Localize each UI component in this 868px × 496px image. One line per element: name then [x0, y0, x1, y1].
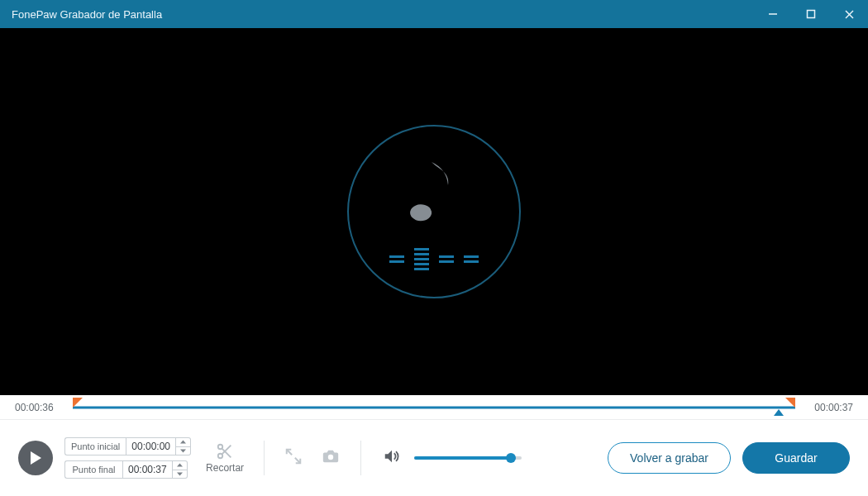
playhead[interactable]: [774, 409, 784, 416]
trim-start-up[interactable]: [176, 438, 190, 447]
trim-start-spinner[interactable]: [176, 437, 191, 455]
svg-marker-5: [180, 441, 186, 444]
audio-visualizer: [347, 125, 521, 298]
divider: [264, 441, 265, 475]
trim-end-label: Punto final: [64, 460, 122, 479]
close-button[interactable]: [830, 0, 868, 28]
trim-end-marker[interactable]: [785, 398, 795, 408]
volume-control: [381, 447, 522, 469]
svg-marker-4: [31, 451, 41, 465]
trim-start-marker[interactable]: [73, 398, 83, 408]
trim-end-down[interactable]: [173, 470, 187, 479]
cut-button[interactable]: Recortar: [206, 442, 244, 474]
volume-icon[interactable]: [381, 447, 403, 469]
time-total: 00:00:37: [804, 402, 853, 413]
preview-area: [0, 28, 868, 395]
camera-icon[interactable]: [321, 447, 341, 469]
window-controls: [754, 0, 868, 28]
svg-point-15: [328, 455, 333, 460]
trim-start-down[interactable]: [176, 447, 190, 455]
svg-marker-6: [180, 449, 186, 452]
rerecord-button[interactable]: Volver a grabar: [608, 442, 731, 474]
svg-point-9: [218, 445, 223, 450]
svg-rect-1: [808, 11, 815, 18]
time-current: 00:00:36: [15, 402, 64, 413]
timeline: 00:00:36 00:00:37: [0, 395, 868, 420]
volume-slider[interactable]: [414, 456, 522, 460]
maximize-button[interactable]: [792, 0, 830, 28]
fullscreen-icon[interactable]: [284, 447, 303, 469]
trim-end-input[interactable]: 00:00:37: [122, 460, 173, 479]
trim-end-up[interactable]: [173, 461, 187, 470]
trim-start-input[interactable]: 00:00:00: [126, 437, 176, 455]
controls-bar: Punto inicial 00:00:00 Punto final 00:00…: [0, 420, 868, 496]
save-button[interactable]: Guardar: [742, 442, 850, 474]
scissors-icon: [215, 442, 235, 460]
play-button[interactable]: [18, 441, 53, 475]
cut-label: Recortar: [206, 462, 244, 474]
music-note-icon: [408, 154, 460, 228]
volume-thumb[interactable]: [506, 453, 516, 463]
titlebar: FonePaw Grabador de Pantalla: [0, 0, 868, 28]
equalizer-icon: [389, 248, 479, 270]
tool-icons: [284, 447, 341, 469]
svg-marker-16: [385, 451, 392, 463]
svg-marker-8: [177, 472, 183, 475]
trim-end-spinner[interactable]: [173, 460, 188, 479]
svg-marker-7: [177, 464, 183, 467]
trim-start-label: Punto inicial: [64, 437, 126, 455]
divider: [360, 441, 361, 475]
window-title: FonePaw Grabador de Pantalla: [12, 8, 162, 21]
trim-inputs: Punto inicial 00:00:00 Punto final 00:00…: [64, 437, 191, 479]
svg-point-10: [218, 454, 223, 459]
seek-track[interactable]: [73, 400, 795, 415]
minimize-button[interactable]: [754, 0, 792, 28]
